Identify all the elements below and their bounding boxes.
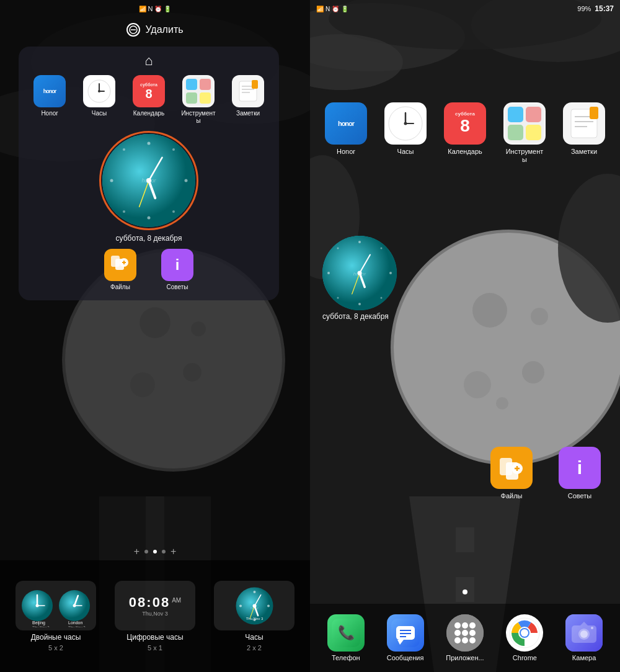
clock-face-left: honor (102, 134, 195, 227)
camera-dock-icon (565, 614, 603, 652)
clock-icon-right (384, 102, 427, 145)
svg-point-82 (496, 397, 508, 410)
svg-point-137 (469, 630, 476, 636)
widget-analog-clock[interactable]: honor Thu,Nov 3 Часы 2 x 2 (211, 581, 298, 652)
calendar-icon-right: суббота 8 (444, 102, 486, 145)
svg-point-136 (462, 630, 468, 636)
widget-digital-clock[interactable]: 08:08 AM Thu,Nov 3 Цифровые часы 5 x 1 (112, 581, 198, 652)
status-bar-left: 📶 N ⏰ 🔋 (0, 0, 310, 17)
svg-point-51 (36, 604, 39, 607)
app-item-notes-left[interactable]: Заметки (226, 75, 270, 125)
bottom-widgets: Beijing Thu,Nov 3 London Thu,Nov 3 (0, 560, 310, 672)
page-dot-2-active[interactable] (153, 550, 157, 553)
svg-point-109 (381, 248, 383, 249)
svg-point-36 (172, 210, 175, 213)
svg-point-117 (358, 271, 362, 276)
delete-icon (126, 23, 140, 37)
right-dock: 📞 Телефон (310, 604, 620, 672)
svg-point-150 (580, 630, 588, 638)
widget-card: ⌂ honor Honor (19, 47, 279, 300)
app-item-tools-left[interactable]: Инструменты (176, 75, 221, 125)
svg-point-132 (454, 622, 461, 629)
svg-point-34 (172, 148, 175, 151)
svg-rect-96 (508, 125, 523, 140)
status-icons-left: 📶 N ⏰ 🔋 (139, 5, 172, 12)
svg-rect-103 (590, 107, 598, 119)
chrome-dock-label: Chrome (513, 654, 537, 661)
clock-face-right: honor (322, 236, 397, 310)
honor-icon-left: honor (33, 75, 66, 107)
app-item-calendar-right[interactable]: суббота 8 Календарь (441, 102, 489, 164)
svg-point-57 (73, 604, 76, 607)
app-item-notes-right[interactable]: Заметки (560, 102, 608, 164)
apps-dock-label: Приложен... (446, 654, 484, 661)
notes-icon-right (563, 102, 605, 145)
app-row-left: honor Honor Часы суббо (19, 75, 279, 125)
svg-point-145 (521, 629, 528, 637)
app-item-files-right[interactable]: Файлы (484, 447, 539, 500)
dock-item-apps[interactable]: Приложен... (446, 614, 484, 661)
dock-item-phone[interactable]: 📞 Телефон (327, 614, 365, 661)
svg-point-81 (531, 308, 548, 325)
app-item-honor-right[interactable]: honor Honor (322, 102, 370, 164)
mini-app-row-left: Файлы i Советы (19, 249, 279, 291)
page-dot-3[interactable] (162, 550, 166, 553)
digital-clock-label: Цифровые часы (126, 633, 183, 642)
dock-item-camera[interactable]: Камера (565, 614, 603, 661)
svg-point-134 (469, 622, 476, 629)
app-item-tools-right[interactable]: Инструменты (501, 102, 548, 164)
notes-label-right: Заметки (571, 148, 597, 156)
app-item-honor-left[interactable]: honor Honor (27, 75, 72, 125)
delete-area[interactable]: Удалить (0, 17, 310, 42)
digital-date-display: Thu,Nov 3 (129, 611, 181, 617)
clock-icon-left (83, 75, 115, 107)
svg-point-64 (267, 604, 270, 607)
svg-point-78 (472, 293, 507, 328)
add-page-left[interactable]: + (134, 546, 140, 557)
svg-point-138 (454, 637, 461, 643)
status-icons-right: 📶 N ⏰ 🔋 (316, 6, 348, 12)
dock-item-messages[interactable]: Сообщения (387, 614, 424, 661)
tips-label-left: Советы (167, 284, 188, 291)
tools-label-left: Инструменты (181, 110, 215, 125)
clock-date-left: суббота, 8 декабря (116, 234, 182, 243)
clock-date-right: суббота, 8 декабря (322, 312, 389, 321)
dual-clock-size: 5 x 2 (48, 644, 63, 652)
clock-label-left: Часы (92, 110, 107, 117)
apps-dock-icon (446, 614, 484, 652)
honor-icon-right: honor (325, 102, 367, 145)
svg-point-151 (591, 627, 593, 629)
digital-ampm-display: AM (172, 597, 181, 604)
dock-item-chrome[interactable]: Chrome (506, 614, 543, 661)
page-dot-1[interactable] (144, 550, 148, 553)
app-item-files-left[interactable]: Файлы (98, 249, 143, 291)
alarm-icon-right: ⏰ (332, 6, 339, 12)
add-page-right[interactable]: + (170, 546, 176, 557)
tips-label-right: Советы (568, 492, 591, 500)
wifi-icon-left: N (148, 5, 153, 12)
svg-point-111 (381, 297, 383, 299)
app-item-tips-right[interactable]: i Советы (552, 447, 608, 500)
analog-clock-size: 2 x 2 (247, 644, 262, 652)
digital-clock-content: 08:08 AM Thu,Nov 3 (129, 594, 181, 617)
right-panel: 📶 N ⏰ 🔋 99% 15:37 honor Honor (310, 0, 620, 672)
svg-rect-73 (456, 527, 474, 552)
widget-dual-clock[interactable]: Beijing Thu,Nov 3 London Thu,Nov 3 (12, 581, 99, 652)
svg-point-107 (327, 272, 330, 274)
calendar-icon-left: суббота 8 (133, 75, 165, 107)
app-item-calendar-left[interactable]: суббота 8 Календарь (126, 75, 171, 125)
phone-dock-icon: 📞 (327, 614, 365, 652)
svg-text:honor: honor (250, 606, 259, 610)
app-item-clock-left[interactable]: Часы (77, 75, 122, 125)
svg-point-92 (404, 122, 407, 125)
clock-outer-ring: honor (99, 131, 198, 230)
svg-point-33 (185, 179, 188, 182)
svg-point-110 (337, 248, 339, 249)
app-item-tips-left[interactable]: i Советы (155, 249, 200, 291)
svg-point-140 (469, 637, 476, 643)
tools-icon-left (182, 75, 215, 107)
app-item-clock-right[interactable]: Часы (382, 102, 429, 164)
analog-clock-preview: honor Thu,Nov 3 (214, 581, 294, 630)
digital-clock-preview: 08:08 AM Thu,Nov 3 (115, 581, 195, 630)
clock-label-right: Часы (397, 148, 414, 156)
